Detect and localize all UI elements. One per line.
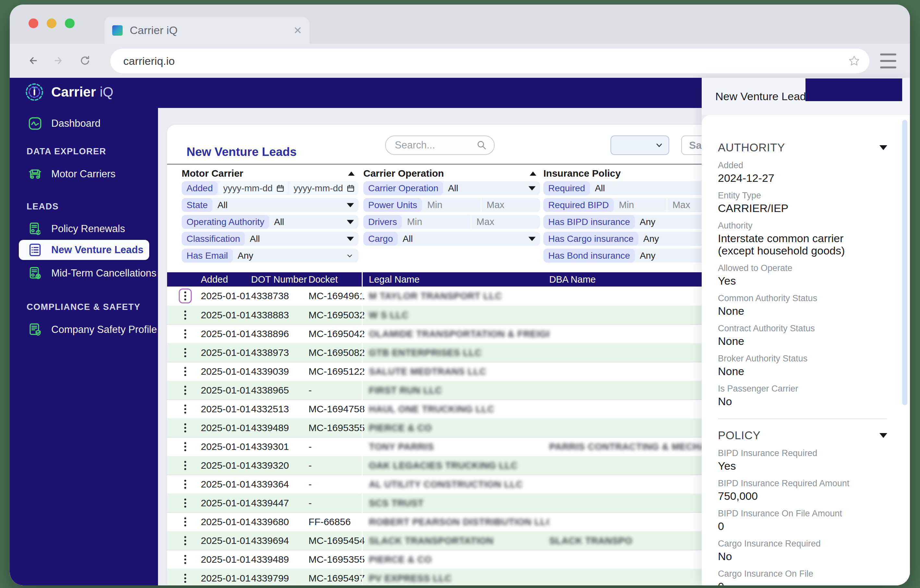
browser-tab[interactable]: Carrier iQ ✕ <box>104 17 310 44</box>
cell-dot-number: 4339039 <box>251 366 308 377</box>
url-bar[interactable]: carrieriq.io <box>110 48 870 73</box>
row-kebab-menu-icon[interactable] <box>179 308 192 323</box>
section-policy[interactable]: POLICY <box>718 429 887 442</box>
cell-added: 2025-01-01 <box>201 404 251 415</box>
row-kebab-menu-icon[interactable] <box>179 458 192 473</box>
filter-carrier-operation-select[interactable]: Carrier Operation All <box>363 181 540 195</box>
date-to-input[interactable]: yyyy-mm-dd <box>289 181 358 195</box>
col-docket[interactable]: Docket <box>308 274 365 285</box>
date-from-input[interactable]: yyyy-mm-dd <box>219 181 288 195</box>
reload-icon[interactable] <box>78 54 91 67</box>
collapse-up-icon[interactable] <box>530 171 536 176</box>
search-input[interactable]: Search... <box>385 136 495 155</box>
window-zoom-button[interactable] <box>65 18 75 28</box>
cell-legal-name: OLAMIDE TRANSPORTATION & FREIGHT LLC <box>365 329 549 339</box>
calendar-icon <box>346 184 355 193</box>
forward-icon[interactable] <box>52 54 65 67</box>
row-kebab-menu-icon[interactable] <box>179 420 192 435</box>
filter-required-select[interactable]: Required All <box>543 181 720 195</box>
filter-state-select[interactable]: State All <box>181 198 358 212</box>
filter-drivers-range[interactable]: Drivers Min Max <box>363 215 540 229</box>
row-kebab-menu-icon[interactable] <box>179 477 192 492</box>
cell-legal-name: PV EXPRESS LLC <box>365 573 549 584</box>
row-kebab-menu-icon[interactable] <box>179 571 192 585</box>
cell-dot-number: 4338896 <box>251 328 308 339</box>
row-kebab-menu-icon[interactable] <box>179 383 192 398</box>
window-minimize-button[interactable] <box>47 18 57 28</box>
cell-legal-name: SALUTE MEDTRANS LLC <box>365 366 549 377</box>
filter-required-bipd-range[interactable]: Required BIPD Min Max <box>543 198 720 212</box>
row-kebab-menu-icon[interactable] <box>179 326 192 341</box>
max-input[interactable]: Max <box>481 198 540 212</box>
row-kebab-menu-icon[interactable] <box>179 364 192 379</box>
field-value: No <box>718 395 874 407</box>
sidebar-item-new-venture-leads[interactable]: New Venture Leads <box>19 240 149 260</box>
row-kebab-menu-icon[interactable] <box>179 514 192 529</box>
caret-down-icon <box>528 186 536 190</box>
filter-has-cargo-select[interactable]: Has Cargo insurance Any <box>543 232 720 246</box>
row-kebab-menu-icon[interactable] <box>179 439 192 454</box>
filter-has-bond-select[interactable]: Has Bond insurance Any <box>543 249 720 263</box>
tab-close-icon[interactable]: ✕ <box>293 25 302 36</box>
truck-icon <box>27 166 44 183</box>
row-kebab-menu-icon[interactable] <box>179 345 192 360</box>
min-input[interactable]: Min <box>614 198 667 212</box>
cell-legal-name: SLACK TRANSPORTATION <box>365 535 549 546</box>
field-value: Yes <box>718 275 874 287</box>
filter-added-daterange[interactable]: Added yyyy-mm-dd yyyy-mm-dd <box>181 181 358 195</box>
detail-field: Cargo Insurance Required No <box>718 539 887 562</box>
row-kebab-menu-icon[interactable] <box>179 289 192 304</box>
cell-docket: - <box>308 498 365 509</box>
saved-view-select[interactable] <box>611 136 669 155</box>
filter-power-units-range[interactable]: Power Units Min Max <box>363 198 540 212</box>
caret-down-icon <box>347 220 354 224</box>
sidebar-item-policy-renewals[interactable]: Policy Renewals <box>19 220 149 238</box>
filter-has-bipd-select[interactable]: Has BIPD insurance Any <box>543 215 720 229</box>
sidebar-section-compliance: COMPLIANCE & SAFETY <box>27 302 141 312</box>
field-label: BIPD Insurance Required <box>718 448 887 458</box>
row-kebab-menu-icon[interactable] <box>179 402 192 417</box>
field-label: Entity Type <box>718 191 887 201</box>
max-input[interactable]: Max <box>471 215 540 229</box>
sidebar-item-company-safety-profile[interactable]: Company Safety Profile <box>19 320 149 339</box>
row-kebab-menu-icon[interactable] <box>179 533 192 548</box>
cell-legal-name: HAUL ONE TRUCKING LLC <box>365 404 549 415</box>
policy-renew-icon <box>27 220 44 237</box>
filter-classification-select[interactable]: Classification All <box>181 232 358 246</box>
cell-dot-number: 4339489 <box>251 422 308 433</box>
cell-docket: MC-1694758 <box>308 404 365 415</box>
menu-icon[interactable] <box>880 53 896 68</box>
cell-legal-name: AL UTILITY CONSTRUCTION LLC <box>365 479 549 490</box>
collapse-up-icon[interactable] <box>348 171 355 176</box>
col-added[interactable]: Added <box>201 274 251 285</box>
panel-scrollbar[interactable] <box>902 120 907 405</box>
filter-has-email-select[interactable]: Has Email Any <box>181 249 358 263</box>
back-icon[interactable] <box>27 54 40 67</box>
field-value: Interstate common carrier (except househ… <box>718 232 874 257</box>
cell-added: 2025-01-01 <box>201 291 251 302</box>
field-label: Is Passenger Carrier <box>718 384 887 394</box>
cell-added: 2025-01-01 <box>201 554 251 565</box>
row-kebab-menu-icon[interactable] <box>179 496 192 510</box>
min-input[interactable]: Min <box>422 198 481 212</box>
sidebar-item-mid-term-cancellations[interactable]: Mid-Term Cancellations <box>19 264 149 283</box>
filter-cargo-select[interactable]: Cargo All <box>363 232 540 246</box>
sidebar-item-motor-carriers[interactable]: Motor Carriers <box>19 165 149 184</box>
cell-dot-number: 4338883 <box>251 310 308 321</box>
cell-added: 2025-01-01 <box>201 460 251 471</box>
col-legal-name[interactable]: Legal Name <box>365 274 549 285</box>
field-value: 2024-12-27 <box>718 172 874 184</box>
window-close-button[interactable] <box>29 18 38 28</box>
min-input[interactable]: Min <box>402 215 471 229</box>
row-kebab-menu-icon[interactable] <box>179 552 192 567</box>
cell-docket: MC-1695497 <box>308 573 365 584</box>
collapse-down-icon <box>880 433 887 438</box>
filter-operating-authority-select[interactable]: Operating Authority All <box>181 215 358 229</box>
field-label: Cargo Insurance On File <box>718 569 887 579</box>
field-label: Common Authority Status <box>718 293 887 304</box>
section-authority[interactable]: AUTHORITY <box>718 141 887 154</box>
bookmark-star-icon[interactable] <box>847 54 861 68</box>
caret-down-icon <box>347 237 354 241</box>
sidebar-item-dashboard[interactable]: Dashboard <box>19 114 149 133</box>
col-dot-number[interactable]: DOT Number <box>251 274 308 285</box>
